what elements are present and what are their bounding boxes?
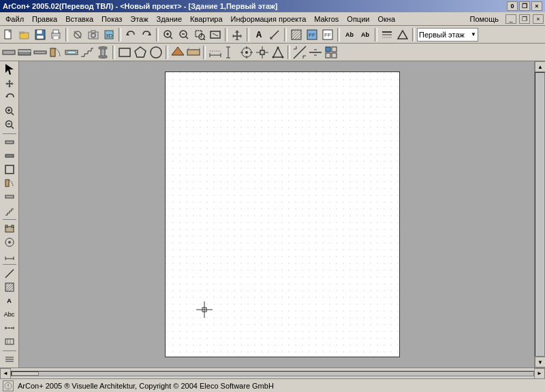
menu-view[interactable]: Показ	[97, 14, 126, 24]
redo-button[interactable]	[139, 27, 154, 42]
wall-btn[interactable]	[1, 45, 16, 60]
menu-options[interactable]: Опции	[343, 14, 373, 24]
undo-button[interactable]	[123, 27, 138, 42]
snap4-btn[interactable]	[292, 45, 307, 60]
menu-windows[interactable]: Окна	[373, 14, 399, 24]
lt-rotate[interactable]	[1, 91, 18, 103]
snap2-btn[interactable]	[255, 45, 270, 60]
new-button[interactable]	[1, 27, 16, 42]
doc-restore[interactable]: ❐	[519, 14, 530, 24]
lt-text[interactable]: A	[1, 294, 18, 307]
open-button[interactable]	[17, 27, 32, 42]
lt-pan[interactable]	[1, 77, 18, 90]
drawing-canvas[interactable]	[165, 71, 400, 357]
ff2-btn[interactable]: FF	[320, 27, 335, 42]
right-scrollbar[interactable]: ▲ ▼	[534, 61, 545, 368]
menu-file[interactable]: Файл	[1, 14, 28, 24]
slab-btn[interactable]	[186, 45, 201, 60]
window-btn[interactable]	[64, 45, 79, 60]
print-button[interactable]	[48, 27, 63, 42]
stair-btn[interactable]	[80, 45, 95, 60]
svg-rect-14	[91, 31, 95, 33]
zoom-all-button[interactable]	[208, 27, 223, 42]
inner-wall-btn[interactable]	[33, 45, 48, 60]
lt-text2[interactable]: Abc	[1, 308, 18, 321]
zoom-in-button[interactable]	[161, 27, 176, 42]
snap3-btn[interactable]	[270, 45, 285, 60]
menu-apartment[interactable]: Квартира	[186, 14, 227, 24]
menu-info[interactable]: Информация проекта	[227, 14, 311, 24]
title-text: ArCon+ 2005.02(Перевод ТВЛ) - <Новый про…	[3, 2, 507, 10]
hatch-btn[interactable]	[289, 27, 304, 42]
lt-line[interactable]	[1, 267, 18, 280]
lt-zoom-out[interactable]	[1, 118, 18, 131]
floor-dropdown[interactable]: Первый этаж ▼	[417, 28, 478, 42]
restore-button[interactable]: ❐	[519, 1, 530, 11]
svg-line-97	[294, 46, 306, 59]
dim-btn[interactable]	[208, 45, 223, 60]
lt-dims[interactable]	[1, 249, 18, 262]
lt-zoom-in[interactable]	[1, 104, 18, 117]
hscroll-track[interactable]	[11, 371, 534, 376]
zoom-window-button[interactable]	[192, 27, 207, 42]
tb-sep-8	[375, 28, 377, 42]
ab1-btn[interactable]: Ab	[342, 27, 357, 42]
ab2-btn[interactable]: Ab	[358, 27, 373, 42]
triangle-btn[interactable]	[395, 27, 410, 42]
shape-circle-btn[interactable]	[149, 45, 164, 60]
lt-layers[interactable]	[1, 353, 18, 366]
zoom-out-button[interactable]	[176, 27, 191, 42]
ext-wall-btn[interactable]	[17, 45, 32, 60]
mode-btn[interactable]	[324, 45, 339, 60]
lines-btn[interactable]	[379, 27, 394, 42]
hscroll-thumb[interactable]	[12, 372, 39, 376]
btn3d[interactable]: 3D	[102, 27, 116, 42]
roof-btn[interactable]	[170, 45, 185, 60]
hscroll-left[interactable]: ◄	[0, 368, 11, 379]
lt-hatch[interactable]	[1, 280, 18, 293]
lt-window[interactable]	[1, 191, 18, 203]
vscroll-down[interactable]: ▼	[535, 357, 545, 368]
minimize-button[interactable]: 0	[507, 1, 518, 11]
column-btn[interactable]	[95, 45, 110, 60]
save-button[interactable]	[33, 27, 48, 42]
menu-insert[interactable]: Вставка	[61, 14, 97, 24]
lt-wall2[interactable]	[1, 149, 18, 162]
svg-rect-5	[37, 30, 42, 34]
lt-symbol[interactable]	[1, 235, 18, 248]
close-button[interactable]: ×	[531, 1, 542, 11]
fill-btn[interactable]: FF	[305, 27, 320, 42]
measure-button[interactable]	[267, 27, 282, 42]
hscroll-right[interactable]: ►	[534, 368, 545, 379]
select-btn[interactable]	[70, 27, 85, 42]
shape-poly-btn[interactable]	[133, 45, 148, 60]
text-a-button[interactable]: A	[251, 27, 266, 42]
lt-stairs[interactable]	[1, 204, 18, 217]
snap5-btn[interactable]	[308, 45, 323, 60]
shape-rect-btn[interactable]	[117, 45, 132, 60]
vscroll-up[interactable]: ▲	[535, 61, 545, 72]
lt-select[interactable]	[1, 63, 18, 76]
svg-rect-68	[119, 48, 130, 56]
lt-room[interactable]	[1, 163, 18, 176]
menu-floor[interactable]: Этаж	[126, 14, 152, 24]
dim2-btn[interactable]	[223, 45, 238, 60]
lt-section[interactable]	[1, 322, 18, 335]
door-btn[interactable]	[48, 45, 63, 60]
lt-door[interactable]	[1, 177, 18, 190]
lt-wall[interactable]	[1, 135, 18, 148]
tb2-sep-4	[287, 46, 290, 59]
lt-furniture[interactable]	[1, 222, 18, 235]
doc-close[interactable]: ×	[533, 14, 544, 24]
menu-edit[interactable]: Правка	[28, 14, 61, 24]
pan-button[interactable]	[230, 27, 245, 42]
doc-minimize[interactable]: _	[505, 14, 516, 24]
camera-btn[interactable]	[86, 27, 101, 42]
snap-btn[interactable]	[239, 45, 254, 60]
svg-rect-122	[5, 180, 9, 186]
lt-elevation[interactable]	[1, 336, 18, 348]
menu-makros[interactable]: Makros	[310, 14, 343, 24]
menu-help[interactable]: Помощь	[466, 14, 503, 24]
menu-building[interactable]: Здание	[153, 14, 187, 24]
canvas-area[interactable]: ▲ ▼	[19, 61, 545, 368]
